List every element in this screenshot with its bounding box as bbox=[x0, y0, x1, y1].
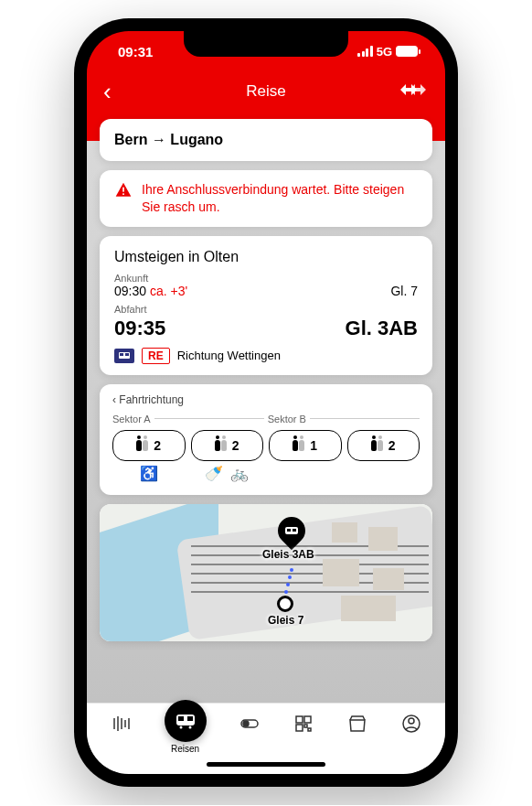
car-1[interactable]: 2 bbox=[112, 430, 186, 461]
svg-rect-1 bbox=[122, 193, 124, 195]
direction-label: ‹ Fahrtrichtung bbox=[112, 393, 420, 406]
wheelchair-icon: ♿ bbox=[140, 465, 158, 482]
map-card[interactable]: Gleis 3AB Gleis 7 bbox=[100, 504, 432, 641]
departure-time: 09:35 bbox=[114, 317, 165, 340]
tab-trips-label: Reisen bbox=[171, 744, 199, 754]
sector-a-label: Sektor A bbox=[112, 414, 151, 424]
route-to: Lugano bbox=[170, 132, 223, 147]
stroller-icon: 🍼 bbox=[205, 465, 223, 482]
train-direction: Richtung Wettingen bbox=[177, 349, 281, 362]
network-label: 5G bbox=[377, 45, 392, 59]
back-button[interactable]: ‹ bbox=[103, 78, 112, 106]
train-icon bbox=[114, 349, 134, 363]
warning-icon bbox=[114, 181, 133, 199]
svg-rect-14 bbox=[178, 716, 184, 721]
svg-rect-24 bbox=[308, 728, 311, 731]
arrival-delay: ca. +3' bbox=[150, 284, 187, 298]
car-4[interactable]: 2 bbox=[347, 430, 420, 461]
tab-bar: Reisen bbox=[87, 703, 445, 774]
formation-card[interactable]: ‹ Fahrtrichtung Sektor A Sektor B 2 2 bbox=[100, 384, 432, 495]
page-title: Reise bbox=[246, 82, 285, 101]
map-origin-icon bbox=[277, 596, 293, 612]
departure-track: Gl. 3AB bbox=[346, 317, 418, 340]
route-card[interactable]: Bern → Lugano bbox=[100, 119, 432, 161]
svg-rect-23 bbox=[304, 725, 307, 727]
svg-point-19 bbox=[243, 721, 249, 726]
departure-label: Abfahrt bbox=[114, 304, 418, 315]
tab-trips[interactable]: Reisen bbox=[165, 713, 207, 754]
transfer-title: Umsteigen in Olten bbox=[114, 249, 418, 265]
svg-rect-0 bbox=[122, 188, 124, 192]
arrival-label: Ankunft bbox=[114, 273, 418, 284]
tab-shop[interactable] bbox=[346, 713, 368, 735]
svg-rect-4 bbox=[125, 353, 129, 356]
sbb-logo-icon bbox=[398, 82, 429, 101]
svg-point-26 bbox=[409, 718, 414, 724]
svg-rect-21 bbox=[304, 716, 311, 723]
map-origin-label: Gleis 7 bbox=[268, 614, 303, 627]
tab-tickets[interactable] bbox=[293, 713, 314, 735]
signal-icon bbox=[357, 46, 373, 57]
sector-b-label: Sektor B bbox=[268, 414, 306, 424]
nav-bar: ‹ Reise bbox=[87, 71, 445, 112]
tab-toggle[interactable] bbox=[239, 713, 261, 735]
arrow-icon: → bbox=[152, 132, 170, 147]
svg-rect-20 bbox=[296, 716, 303, 723]
svg-rect-3 bbox=[120, 353, 123, 356]
home-indicator[interactable] bbox=[207, 762, 325, 767]
alert-text: Ihre Anschlussverbindung wartet. Bitte s… bbox=[142, 181, 418, 216]
car-3[interactable]: 1 bbox=[269, 430, 342, 461]
svg-point-17 bbox=[188, 726, 191, 729]
svg-rect-22 bbox=[296, 725, 303, 731]
status-time: 09:31 bbox=[118, 44, 153, 59]
svg-rect-15 bbox=[187, 716, 193, 721]
svg-point-16 bbox=[179, 726, 182, 729]
bike-icon: 🚲 bbox=[230, 465, 249, 482]
arrival-track: Gl. 7 bbox=[390, 284, 418, 298]
svg-rect-7 bbox=[293, 529, 296, 532]
train-type-badge: RE bbox=[142, 348, 170, 364]
car-2[interactable]: 2 bbox=[191, 430, 264, 461]
svg-rect-6 bbox=[287, 529, 291, 532]
alert-card: Ihre Anschlussverbindung wartet. Bitte s… bbox=[100, 170, 432, 227]
route-from: Bern bbox=[114, 132, 147, 147]
tab-profile[interactable] bbox=[400, 713, 422, 735]
battery-icon bbox=[396, 46, 418, 57]
transfer-card[interactable]: Umsteigen in Olten Ankunft 09:30 ca. +3'… bbox=[100, 236, 432, 375]
arrival-time: 09:30 bbox=[114, 284, 146, 298]
map-dest-label: Gleis 3AB bbox=[262, 548, 314, 561]
tab-timetable[interactable] bbox=[111, 713, 133, 735]
